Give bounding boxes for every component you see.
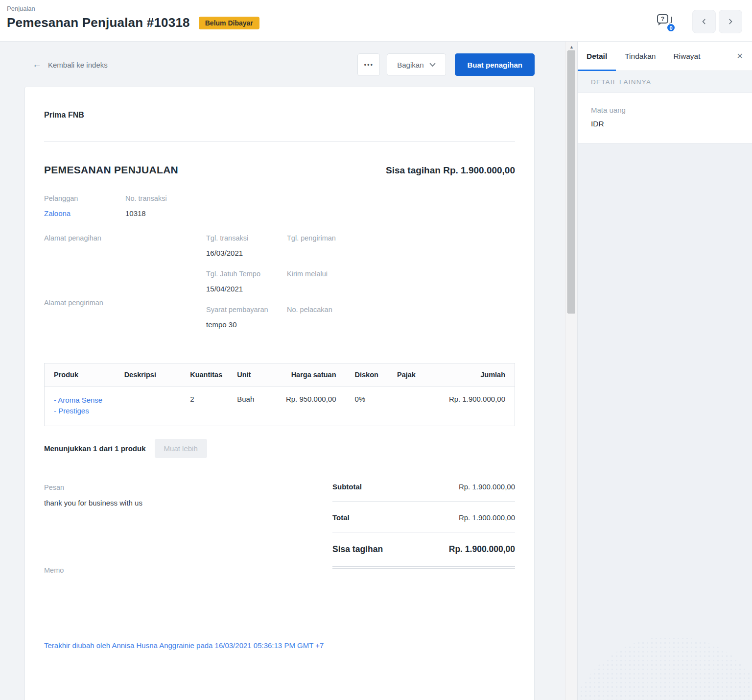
pesan-value: thank you for business with us	[44, 499, 332, 507]
totals-column: Subtotal Rp. 1.900.000,00 Total Rp. 1.90…	[332, 483, 515, 581]
fields-row-customer: Pelanggan Zaloona No. transaksi 10318	[44, 193, 515, 217]
share-button[interactable]: Bagikan	[387, 53, 446, 76]
tab-detail[interactable]: Detail	[587, 52, 607, 61]
previous-record-button[interactable]	[692, 10, 716, 33]
pesan-label: Pesan	[44, 483, 332, 493]
no-transaksi-label: No. transaksi	[125, 193, 167, 204]
sidebar-tabs: Detail Tindakan Riwayat ✕	[578, 42, 752, 71]
cell-deskripsi	[115, 386, 181, 426]
scrollbar-up-arrow-icon[interactable]: ▲	[566, 45, 577, 49]
field-tgl-pengiriman: Tgl. pengiriman	[287, 233, 385, 257]
line-items-table: Produk Deskripsi Kuantitas Unit Harga sa…	[44, 363, 515, 426]
alamat-pengiriman-label: Alamat pengiriman	[44, 298, 206, 308]
col-unit: Unit	[228, 363, 270, 386]
totals-divider	[332, 501, 515, 502]
total-label: Total	[332, 513, 350, 522]
decorative-dots-pattern	[577, 636, 752, 700]
chat-question-icon: ?	[657, 14, 668, 24]
more-actions-button[interactable]: •••	[357, 53, 380, 76]
col-deskripsi: Deskripsi	[115, 363, 181, 386]
tgl-jatuh-tempo-label: Tgl. Jatuh Tempo	[206, 269, 269, 279]
help-chat-button[interactable]: ? 0	[657, 14, 674, 29]
alamat-penagihan-label: Alamat penagihan	[44, 233, 206, 243]
pagination-row: Menunjukkan 1 dari 1 produk Muat lebih	[44, 439, 515, 458]
load-more-button[interactable]: Muat lebih	[155, 439, 207, 458]
back-to-index-label: Kembali ke indeks	[48, 61, 108, 69]
field-kirim-melalui: Kirim melalui	[287, 269, 385, 293]
back-to-index-link[interactable]: ← Kembali ke indeks	[32, 59, 108, 70]
sisa-tagihan-value: Rp. 1.900.000,00	[449, 544, 515, 555]
tab-riwayat[interactable]: Riwayat	[673, 52, 700, 61]
subtotal-row: Subtotal Rp. 1.900.000,00	[332, 483, 515, 491]
main-scrollbar[interactable]: ▲	[565, 42, 577, 700]
message-totals-section: Pesan thank you for business with us Mem…	[44, 483, 515, 581]
document-type-title: PEMESANAN PENJUALAN	[44, 164, 178, 176]
company-name: Prima FNB	[44, 111, 515, 120]
help-count-badge: 0	[666, 23, 676, 32]
create-invoice-button[interactable]: Buat penagihan	[455, 53, 535, 76]
app-header: Penjualan Pemesanan Penjualan #10318 Bel…	[0, 0, 752, 42]
scrollbar-thumb[interactable]	[567, 50, 575, 314]
cell-pajak	[388, 386, 430, 426]
toolbar-actions: ••• Bagikan Buat penagihan	[357, 53, 535, 76]
pagination-text: Menunjukkan 1 dari 1 produk	[44, 444, 146, 453]
sales-order-document-card: Prima FNB PEMESANAN PENJUALAN Sisa tagih…	[24, 87, 535, 700]
product-link-line1[interactable]: - Aroma Sense	[54, 395, 106, 406]
cell-unit: Buah	[228, 386, 270, 426]
document-title-row: PEMESANAN PENJUALAN Sisa tagihan Rp. 1.9…	[44, 164, 515, 176]
pelanggan-label: Pelanggan	[44, 193, 125, 204]
dates-column: Tgl. transaksi 16/03/2021 Tgl. pengirima…	[206, 233, 385, 340]
field-syarat-pembayaran: Syarat pembayaran tempo 30	[206, 305, 287, 329]
tab-tindakan[interactable]: Tindakan	[625, 52, 656, 61]
cell-jumlah: Rp. 1.900.000,00	[430, 386, 515, 426]
field-tgl-jatuh-tempo: Tgl. Jatuh Tempo 15/04/2021	[206, 269, 287, 293]
close-sidebar-icon[interactable]: ✕	[735, 49, 745, 63]
detail-sidebar: Detail Tindakan Riwayat ✕ DETAIL LAINNYA…	[577, 42, 752, 700]
tgl-pengiriman-label: Tgl. pengiriman	[287, 233, 385, 243]
page-title: Pemesanan Penjualan #10318	[7, 15, 190, 30]
sisa-tagihan-row: Sisa tagihan Rp. 1.900.000,00	[332, 544, 515, 555]
balance-due-label: Sisa tagihan	[386, 165, 441, 175]
syarat-pembayaran-value: tempo 30	[206, 320, 287, 329]
breadcrumb[interactable]: Penjualan	[7, 5, 259, 12]
table-row: - Aroma Sense - Prestiges 2 Buah Rp. 950…	[45, 386, 515, 426]
totals-double-line-1	[332, 566, 515, 567]
cell-diskon: 0%	[346, 386, 388, 426]
kirim-melalui-label: Kirim melalui	[287, 269, 385, 279]
col-pajak: Pajak	[388, 363, 430, 386]
back-arrow-icon: ←	[32, 59, 42, 70]
dates-row-1: Tgl. transaksi 16/03/2021 Tgl. pengirima…	[206, 233, 385, 257]
fields-grid: Alamat penagihan Alamat pengiriman Tgl. …	[44, 233, 515, 340]
share-button-label: Bagikan	[397, 61, 423, 69]
customer-link[interactable]: Zaloona	[44, 209, 70, 217]
subtotal-label: Subtotal	[332, 483, 362, 491]
syarat-pembayaran-label: Syarat pembayaran	[206, 305, 269, 315]
page-body: ← Kembali ke indeks ••• Bagikan Buat pen…	[0, 42, 752, 700]
col-diskon: Diskon	[346, 363, 388, 386]
message-column: Pesan thank you for business with us Mem…	[44, 483, 332, 581]
sidebar-fields: Mata uang IDR	[578, 93, 752, 144]
chevron-right-icon	[727, 18, 734, 25]
sisa-tagihan-label: Sisa tagihan	[332, 544, 383, 555]
chevron-left-icon	[701, 18, 707, 25]
next-record-button[interactable]	[719, 10, 742, 33]
last-modified-link[interactable]: Terakhir diubah oleh Annisa Husna Anggra…	[44, 641, 324, 650]
field-no-transaksi: No. transaksi 10318	[125, 193, 167, 217]
cell-kuantitas: 2	[181, 386, 228, 426]
no-transaksi-value: 10318	[125, 209, 167, 217]
table-header-row: Produk Deskripsi Kuantitas Unit Harga sa…	[45, 363, 515, 386]
cell-harga-satuan: Rp. 950.000,00	[270, 386, 346, 426]
col-produk: Produk	[45, 363, 115, 386]
detail-lainnya-header: DETAIL LAINNYA	[578, 71, 752, 93]
balance-due-amount: Rp. 1.900.000,00	[443, 165, 515, 175]
col-jumlah: Jumlah	[430, 363, 515, 386]
dates-row-2: Tgl. Jatuh Tempo 15/04/2021 Kirim melalu…	[206, 269, 385, 293]
col-kuantitas: Kuantitas	[181, 363, 228, 386]
balance-due-header: Sisa tagihan Rp. 1.900.000,00	[386, 165, 515, 176]
field-tgl-transaksi: Tgl. transaksi 16/03/2021	[206, 233, 287, 257]
field-no-pelacakan: No. pelacakan	[287, 305, 385, 329]
dates-row-3: Syarat pembayaran tempo 30 No. pelacakan	[206, 305, 385, 329]
product-link-line2[interactable]: - Prestiges	[54, 406, 106, 416]
document-toolbar: ← Kembali ke indeks ••• Bagikan Buat pen…	[0, 42, 565, 76]
totals-double-line-2	[332, 568, 515, 569]
